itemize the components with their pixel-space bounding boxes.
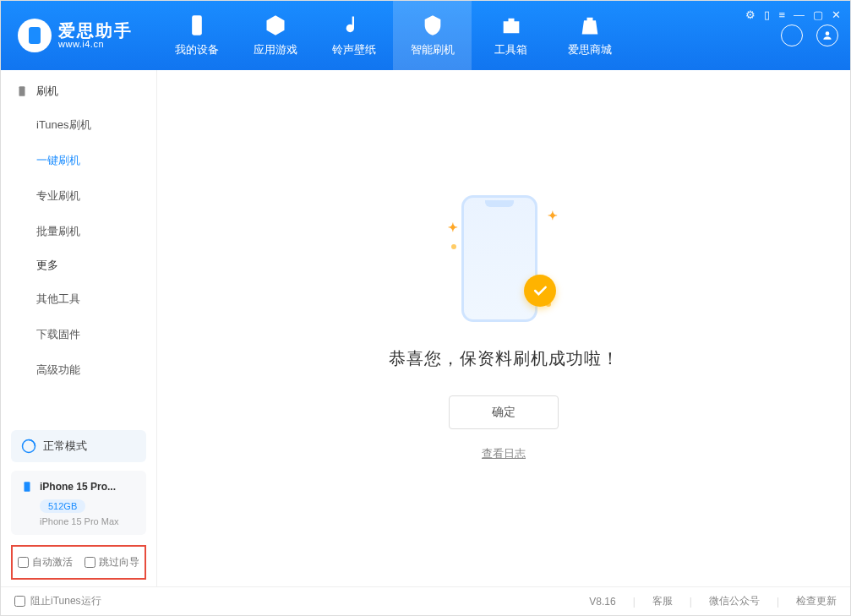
tab-label: 爱思商城: [568, 42, 612, 57]
sidebar-item-advanced[interactable]: 高级功能: [1, 352, 156, 388]
confirm-button[interactable]: 确定: [449, 395, 559, 429]
skip-guide-check[interactable]: 跳过向导: [85, 555, 139, 570]
activation-options: 自动激活 跳过向导: [11, 545, 146, 580]
tab-smart-flash[interactable]: 智能刷机: [393, 1, 472, 70]
status-label: 正常模式: [43, 439, 87, 454]
svg-rect-3: [19, 86, 25, 96]
device-info[interactable]: iPhone 15 Pro... 512GB iPhone 15 Pro Max: [11, 471, 146, 535]
phone-icon[interactable]: ▯: [764, 8, 770, 21]
tab-label: 工具箱: [494, 42, 527, 57]
settings-icon[interactable]: ⚙: [745, 8, 756, 21]
tab-store[interactable]: 爱思商城: [550, 1, 629, 70]
svg-rect-1: [192, 15, 202, 35]
svg-point-2: [826, 31, 830, 35]
storage-badge: 512GB: [40, 499, 85, 513]
checkmark-icon: [524, 275, 556, 307]
sidebar-item-download-fw[interactable]: 下载固件: [1, 317, 156, 352]
view-log-link[interactable]: 查看日志: [482, 446, 526, 461]
sidebar-group-flash: 刷机: [1, 75, 156, 107]
app-name: 爱思助手: [58, 22, 133, 39]
sidebar-item-itunes[interactable]: iTunes刷机: [1, 107, 156, 143]
block-itunes-check[interactable]: 阻止iTunes运行: [14, 594, 101, 608]
close-icon[interactable]: ✕: [832, 8, 841, 21]
auto-activate-check[interactable]: 自动激活: [18, 555, 73, 570]
user-icon[interactable]: [816, 25, 838, 46]
sidebar-group-more: 更多: [1, 249, 156, 281]
sidebar-item-batch[interactable]: 批量刷机: [1, 214, 156, 249]
tab-toolbox[interactable]: 工具箱: [472, 1, 550, 70]
download-icon[interactable]: [781, 25, 803, 46]
minimize-icon[interactable]: —: [794, 8, 805, 21]
tab-label: 智能刷机: [411, 42, 455, 57]
sidebar-item-other-tools[interactable]: 其他工具: [1, 281, 156, 317]
tab-label: 铃声壁纸: [332, 42, 376, 57]
svg-rect-5: [25, 482, 30, 492]
maximize-icon[interactable]: ▢: [813, 8, 823, 21]
tab-ringtones[interactable]: 铃声壁纸: [314, 1, 393, 70]
device-name: iPhone 15 Pro...: [40, 481, 116, 493]
wechat-link[interactable]: 微信公众号: [709, 594, 760, 608]
tab-label: 我的设备: [175, 42, 219, 57]
success-message: 恭喜您，保资料刷机成功啦！: [389, 347, 619, 370]
logo-icon: [18, 19, 52, 52]
app-logo: 爱思助手 www.i4.cn: [1, 19, 157, 52]
menu-icon[interactable]: ≡: [778, 8, 785, 21]
tab-label: 应用游戏: [254, 42, 297, 57]
success-illustration: ✦ ✦: [445, 195, 563, 330]
support-link[interactable]: 客服: [652, 594, 673, 608]
tab-my-device[interactable]: 我的设备: [157, 1, 236, 70]
device-status: 正常模式: [11, 430, 146, 462]
app-url: www.i4.cn: [58, 39, 133, 49]
sidebar-item-oneclick[interactable]: 一键刷机: [1, 143, 156, 178]
tab-apps-games[interactable]: 应用游戏: [236, 1, 314, 70]
version-label: V8.16: [589, 596, 615, 608]
check-update-link[interactable]: 检查更新: [796, 594, 837, 608]
device-fullname: iPhone 15 Pro Max: [40, 516, 136, 526]
svg-rect-0: [29, 27, 41, 44]
sidebar-item-pro[interactable]: 专业刷机: [1, 178, 156, 214]
